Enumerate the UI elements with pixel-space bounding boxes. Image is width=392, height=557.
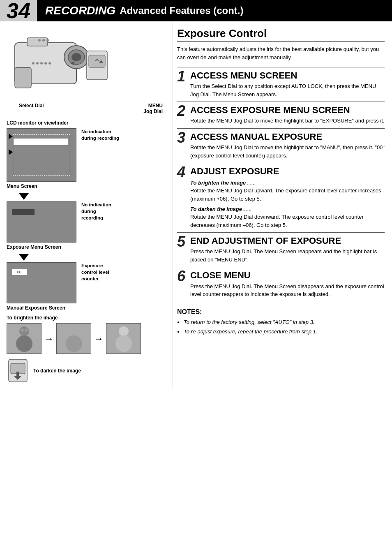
step-4-sub2-text: Rotate the MENU Jog Dial downward. The e… [190, 213, 385, 229]
step-1-heading: ACCESS MENU SCREEN [190, 71, 385, 81]
exposure-menu-screen-box [7, 201, 76, 243]
darken-row: To darken the image [7, 357, 167, 384]
step-2-heading: ACCESS EXPOSURE MENU SCREEN [190, 105, 385, 115]
page-number: 34 [0, 0, 37, 21]
step-6-number: 6 [177, 269, 187, 284]
step-4-sub2-heading: To darken the image . . . [190, 206, 385, 212]
menu-screen-label: Menu Screen [7, 183, 37, 189]
manual-screen-annotation: Exposurecontrol levelcounter [81, 262, 109, 282]
step-2-block: 2 ACCESS EXPOSURE MENU SCREEN Rotate the… [177, 102, 385, 128]
step-4-sub1-text: Rotate the MENU Jog Dial upward. The exp… [190, 187, 385, 203]
svg-point-24 [119, 326, 129, 336]
svg-point-11 [40, 62, 43, 65]
svg-point-12 [44, 62, 47, 65]
svg-rect-29 [16, 372, 19, 377]
page-header: 34 RECORDING Advanced Features (cont.) [0, 0, 392, 21]
step-2-text: Rotate the MENU Jog Dial to move the hig… [190, 117, 385, 125]
header-title-area: RECORDING Advanced Features (cont.) [37, 0, 392, 21]
lcd-label: LCD monitor or viewfinder [7, 120, 167, 126]
step-3-heading: ACCESS MANUAL EXPOSURE [190, 132, 385, 142]
svg-point-19 [16, 335, 32, 352]
step-1-content: ACCESS MENU SCREEN Turn the Select Dial … [190, 71, 385, 98]
svg-point-5 [38, 39, 41, 42]
dial-labels: Select Dial MENUJog Dial [7, 103, 167, 114]
intro-text: This feature automatically adjusts the i… [177, 45, 385, 61]
step-3-block: 3 ACCESS MANUAL EXPOSURE Rotate the MENU… [177, 128, 385, 163]
step-3-text: Rotate the MENU Jog Dial to move the hig… [190, 143, 385, 159]
step-3-number: 3 [177, 130, 187, 145]
person-medium-image [56, 323, 91, 354]
step-6-heading: CLOSE MENU [190, 270, 385, 280]
header-recording-label: RECORDING [45, 4, 115, 17]
brighten-label: To brighten the image [7, 315, 167, 321]
step-5-text: Press the MENU Jog Dial. The Menu Screen… [190, 247, 385, 263]
arrow-down-1 [19, 193, 29, 200]
step-5-heading: END ADJUSTMENT OF EXPOSURE [190, 236, 385, 246]
svg-rect-16 [89, 55, 105, 67]
person-dark-image [7, 323, 42, 354]
person-bright-image [106, 323, 141, 354]
right-column: Exposure Control This feature automatica… [173, 21, 392, 389]
menu-jog-dial-label: MENUJog Dial [143, 103, 163, 114]
header-subtitle: Advanced Features (cont.) [120, 5, 243, 16]
step-1-number: 1 [177, 69, 187, 84]
main-content: Select Dial MENUJog Dial LCD monitor or … [0, 21, 392, 389]
manual-exposure-screen-box: 00 [7, 262, 76, 303]
svg-point-3 [71, 53, 81, 61]
svg-point-22 [69, 326, 79, 336]
brighten-arrow: → [44, 333, 54, 344]
step-1-block: 1 ACCESS MENU SCREEN Turn the Select Dia… [177, 67, 385, 102]
step-2-content: ACCESS EXPOSURE MENU SCREEN Rotate the M… [190, 105, 385, 125]
menu-screen-box [7, 128, 76, 182]
step-5-block: 5 END ADJUSTMENT OF EXPOSURE Press the M… [177, 232, 385, 267]
step-6-block: 6 CLOSE MENU Press the MENU Jog Dial. Th… [177, 267, 385, 301]
notes-list: To return to the factory setting, select… [177, 318, 385, 336]
svg-point-21 [25, 328, 28, 332]
svg-point-6 [42, 39, 45, 42]
step-4-sub1-heading: To brighten the image . . . [190, 180, 385, 186]
manual-exposure-screen-label: Manual Exposure Screen [7, 305, 65, 311]
step-5-content: END ADJUSTMENT OF EXPOSURE Press the MEN… [190, 236, 385, 263]
step-4-block: 4 ADJUST EXPOSURE To brighten the image … [177, 163, 385, 232]
svg-rect-8 [15, 67, 31, 88]
person-images-row: → → [7, 323, 167, 354]
step-4-number: 4 [177, 165, 187, 180]
step-4-content: ADJUST EXPOSURE To brighten the image . … [190, 166, 385, 229]
svg-point-23 [66, 335, 82, 352]
svg-point-20 [21, 328, 24, 332]
step-6-content: CLOSE MENU Press the MENU Jog Dial. The … [190, 270, 385, 298]
svg-rect-4 [27, 38, 48, 46]
notes-title: NOTES: [177, 308, 385, 316]
camera-diagram [7, 26, 109, 100]
darken-label: To darken the image [33, 368, 81, 374]
svg-point-13 [48, 62, 51, 65]
left-column: Select Dial MENUJog Dial LCD monitor or … [0, 21, 173, 389]
step-1-text: Turn the Select Dial to any position exc… [190, 82, 385, 98]
step-6-text: Press the MENU Jog Dial. The Menu Screen… [190, 282, 385, 298]
arrow-down-2 [19, 254, 29, 261]
exposure-screen-annotation: No indicationduringrecording [81, 201, 111, 221]
section-title: Exposure Control [177, 27, 385, 42]
svg-point-10 [36, 62, 39, 65]
jog-dial-down-icon [7, 357, 29, 384]
exposure-menu-screen-row: Exposure Menu Screen No indicationduring… [7, 201, 167, 250]
note-1: To return to the factory setting, select… [177, 318, 385, 326]
brighten-arrow-2: → [94, 333, 104, 344]
menu-screen-row: Menu Screen No indicationduring recordin… [7, 128, 167, 189]
step-3-content: ACCESS MANUAL EXPOSURE Rotate the MENU J… [190, 132, 385, 159]
note-2: To re-adjust exposure, repeat the proced… [177, 328, 385, 336]
notes-section: NOTES: To return to the factory setting,… [177, 308, 385, 336]
camera-diagram-area [7, 26, 167, 100]
svg-point-7 [46, 39, 49, 42]
step-2-number: 2 [177, 104, 187, 118]
step-5-number: 5 [177, 234, 187, 249]
svg-point-25 [115, 335, 132, 352]
step-4-heading: ADJUST EXPOSURE [190, 166, 385, 176]
brighten-section: To brighten the image → [7, 315, 167, 384]
menu-screen-annotation: No indicationduring recording [81, 128, 119, 141]
svg-point-18 [19, 326, 29, 336]
select-dial-label: Select Dial [19, 103, 44, 114]
manual-exposure-screen-row: 00 Manual Exposure Screen Exposurecontro… [7, 262, 167, 311]
exposure-menu-screen-label: Exposure Menu Screen [7, 244, 61, 250]
svg-point-9 [32, 62, 35, 65]
